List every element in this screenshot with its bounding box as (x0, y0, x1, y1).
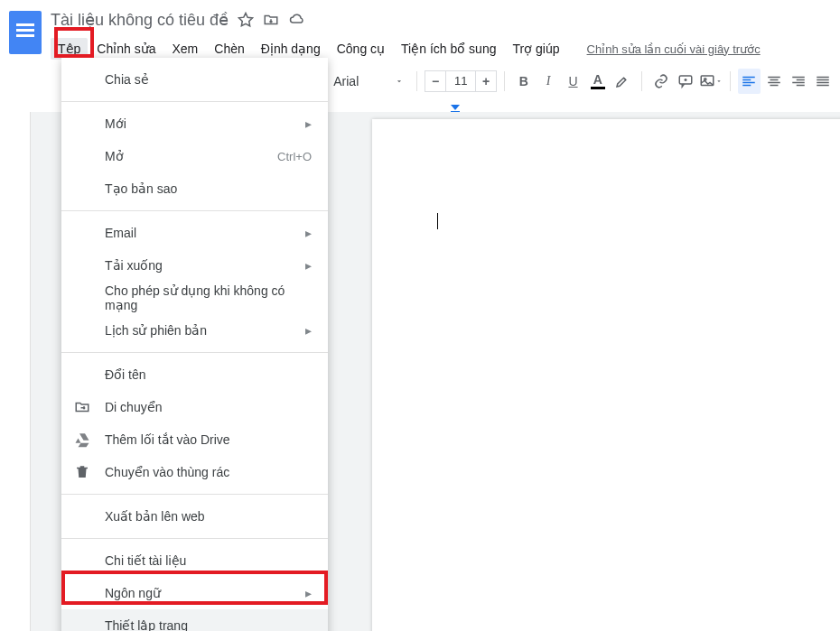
menu-format[interactable]: Định dạng (254, 38, 328, 60)
menu-file[interactable]: Tệp (51, 38, 88, 60)
menu-item-make-copy[interactable]: Tạo bản sao (61, 172, 328, 205)
menu-view[interactable]: Xem (165, 38, 206, 60)
submenu-arrow-icon: ▸ (305, 116, 312, 131)
menu-item-email[interactable]: Email ▸ (61, 217, 328, 249)
menu-item-language[interactable]: Ngôn ngữ ▸ (61, 577, 328, 609)
move-to-folder-icon[interactable] (263, 12, 279, 28)
menu-item-new[interactable]: Mới ▸ (61, 107, 328, 140)
menu-item-label: Lịch sử phiên bản (105, 323, 207, 338)
drive-icon (74, 431, 90, 448)
submenu-arrow-icon: ▸ (305, 226, 312, 240)
menu-item-label: Ngôn ngữ (105, 586, 161, 600)
text-color-letter: A (591, 72, 605, 89)
menu-edit[interactable]: Chỉnh sửa (89, 38, 163, 60)
insert-link-button[interactable] (649, 69, 672, 94)
star-icon[interactable] (238, 12, 254, 28)
menu-item-label: Mở (105, 149, 124, 163)
menu-item-rename[interactable]: Đổi tên (61, 358, 328, 391)
menu-item-download[interactable]: Tải xuống ▸ (61, 249, 328, 282)
toolbar-separator (641, 71, 642, 91)
font-size-value[interactable]: 11 (446, 70, 475, 92)
align-left-button[interactable] (738, 69, 761, 94)
menu-item-publish[interactable]: Xuất bản lên web (61, 500, 328, 533)
move-icon (74, 399, 90, 415)
align-center-button[interactable] (762, 69, 785, 94)
menu-item-move[interactable]: Di chuyển (61, 391, 328, 423)
submenu-arrow-icon: ▸ (305, 258, 312, 273)
menu-item-label: Chia sẻ (105, 72, 149, 87)
menu-item-label: Chuyển vào thùng rác (105, 465, 229, 479)
menu-addons[interactable]: Tiện ích bổ sung (394, 38, 503, 60)
menu-separator (61, 101, 328, 102)
last-edit-link[interactable]: Chỉnh sửa lần cuối vài giây trước (587, 42, 761, 56)
menu-item-label: Thiết lập trang (105, 618, 188, 631)
menu-item-add-shortcut[interactable]: Thêm lối tắt vào Drive (61, 423, 328, 456)
file-menu-dropdown: Chia sẻ Mới ▸ Mở Ctrl+O Tạo bản sao Emai… (61, 58, 328, 631)
insert-image-button[interactable] (699, 69, 723, 94)
docs-logo-icon[interactable] (9, 11, 42, 54)
align-justify-button[interactable] (812, 69, 835, 94)
app-header: Tài liệu không có tiêu đề Tệp Chỉnh sửa … (0, 0, 840, 63)
menu-item-label: Thêm lối tắt vào Drive (105, 432, 230, 447)
italic-button[interactable]: I (537, 69, 559, 94)
document-title[interactable]: Tài liệu không có tiêu đề (51, 10, 229, 30)
menu-tools[interactable]: Công cụ (330, 38, 392, 60)
menu-item-label: Chi tiết tài liệu (105, 553, 186, 568)
font-family-select[interactable]: Arial (328, 69, 409, 94)
menu-help[interactable]: Trợ giúp (505, 38, 566, 60)
text-color-button[interactable]: A (586, 69, 609, 94)
highlight-color-button[interactable] (611, 69, 634, 94)
document-page[interactable] (372, 119, 840, 631)
trash-icon (74, 464, 90, 480)
submenu-arrow-icon: ▸ (305, 323, 312, 338)
menu-item-page-setup[interactable]: Thiết lập trang (61, 609, 328, 631)
font-size-increase[interactable]: + (475, 70, 497, 92)
menu-separator (61, 352, 328, 353)
menu-item-label: Đổi tên (105, 367, 146, 382)
menu-item-trash[interactable]: Chuyển vào thùng rác (61, 456, 328, 488)
menu-item-label: Tạo bản sao (105, 181, 177, 196)
menu-item-label: Xuất bản lên web (105, 509, 205, 524)
caret-down-icon (395, 77, 404, 86)
font-size-decrease[interactable]: − (425, 70, 446, 92)
align-right-button[interactable] (787, 69, 809, 94)
menu-insert[interactable]: Chèn (207, 38, 251, 60)
menu-item-label: Email (105, 226, 136, 240)
bold-button[interactable]: B (512, 69, 535, 94)
menu-item-shortcut: Ctrl+O (277, 150, 312, 163)
toolbar-separator (416, 71, 417, 91)
menu-separator (61, 494, 328, 495)
menu-separator (61, 538, 328, 539)
text-cursor (437, 213, 438, 229)
underline-button[interactable]: U (562, 69, 584, 94)
font-family-value: Arial (333, 74, 359, 88)
menu-item-open[interactable]: Mở Ctrl+O (61, 140, 328, 172)
submenu-arrow-icon: ▸ (305, 586, 312, 600)
font-size-stepper: − 11 + (425, 70, 497, 92)
menu-item-version-history[interactable]: Lịch sử phiên bản ▸ (61, 314, 328, 347)
menu-item-share[interactable]: Chia sẻ (61, 63, 328, 96)
menu-item-label: Mới (105, 116, 126, 131)
toolbar-separator (504, 71, 505, 91)
cloud-status-icon[interactable] (288, 12, 306, 28)
menu-item-label: Tải xuống (105, 258, 163, 273)
insert-comment-button[interactable] (674, 69, 696, 94)
toolbar-separator (730, 71, 731, 91)
menu-separator (61, 210, 328, 211)
menu-item-offline[interactable]: Cho phép sử dụng khi không có mạng (61, 282, 328, 314)
menu-item-label: Cho phép sử dụng khi không có mạng (105, 283, 312, 312)
menu-item-details[interactable]: Chi tiết tài liệu (61, 544, 328, 577)
vertical-ruler[interactable] (11, 112, 31, 631)
menu-item-label: Di chuyển (105, 400, 162, 414)
